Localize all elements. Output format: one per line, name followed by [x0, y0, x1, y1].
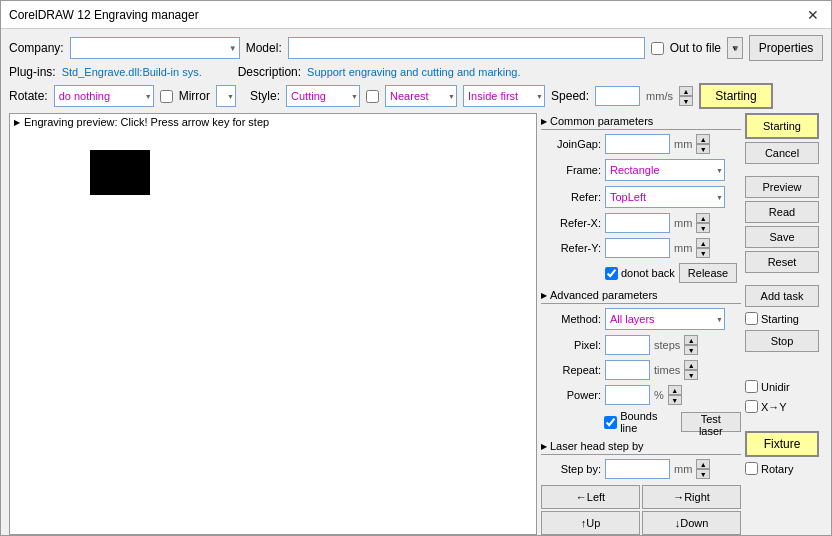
- out-to-file-label: Out to file: [670, 41, 721, 55]
- refer-x-up-btn[interactable]: ▲: [696, 213, 710, 223]
- refer-y-up-btn[interactable]: ▲: [696, 238, 710, 248]
- power-input[interactable]: 75: [605, 385, 650, 405]
- out-to-file-dropdown[interactable]: ▼: [727, 37, 743, 59]
- save-button[interactable]: Save: [745, 226, 819, 248]
- joingap-up-btn[interactable]: ▲: [696, 134, 710, 144]
- frame-select[interactable]: Rectangle: [605, 159, 725, 181]
- unidir-label: Unidir: [745, 378, 823, 395]
- preview-content: [10, 130, 536, 530]
- nearest-select[interactable]: Nearest: [385, 85, 457, 107]
- speed-down-btn[interactable]: ▼: [679, 96, 693, 106]
- starting-top-right-button[interactable]: Starting: [745, 113, 819, 139]
- unidir-checkbox[interactable]: [745, 380, 758, 393]
- refer-y-spinners: ▲ ▼: [696, 238, 710, 258]
- repeat-row: Repeat: 1 times ▲ ▼: [541, 359, 741, 381]
- window-title: CorelDRAW 12 Engraving manager: [9, 8, 199, 22]
- mirror-checkbox[interactable]: [160, 90, 173, 103]
- description-value: Support engraving and cutting and markin…: [307, 66, 520, 78]
- step-by-label: Step by:: [541, 463, 601, 475]
- repeat-down-btn[interactable]: ▼: [684, 370, 698, 380]
- description-label: Description:: [238, 65, 301, 79]
- step-up-btn[interactable]: ▲: [696, 459, 710, 469]
- test-laser-button[interactable]: Test laser: [681, 412, 741, 432]
- power-up-btn[interactable]: ▲: [668, 385, 682, 395]
- method-combo-wrap: All layers: [605, 308, 725, 330]
- style-label: Style:: [250, 89, 280, 103]
- common-params-header: Common parameters: [541, 115, 741, 130]
- step-by-unit: mm: [674, 463, 692, 475]
- frame-row: Frame: Rectangle: [541, 158, 741, 182]
- refer-y-unit: mm: [674, 242, 692, 254]
- mirror-select[interactable]: [216, 85, 236, 107]
- reset-button[interactable]: Reset: [745, 251, 819, 273]
- style-select[interactable]: Cutting: [286, 85, 360, 107]
- right-button[interactable]: →Right: [642, 485, 741, 509]
- main-body: Engraving preview: Click! Press arrow ke…: [9, 113, 823, 535]
- preview-button[interactable]: Preview: [745, 176, 819, 198]
- main-window: CorelDRAW 12 Engraving manager ✕ Company…: [0, 0, 832, 536]
- add-task-button[interactable]: Add task: [745, 285, 819, 307]
- down-button[interactable]: ↓Down: [642, 511, 741, 535]
- joingap-label: JoinGap:: [541, 138, 601, 150]
- method-row: Method: All layers: [541, 307, 741, 331]
- method-select[interactable]: All layers: [605, 308, 725, 330]
- nearest-checkbox[interactable]: [366, 90, 379, 103]
- bounds-line-checkbox[interactable]: [604, 416, 617, 429]
- rotary-label: Rotary: [745, 460, 823, 477]
- nearest-combo-wrap: Nearest: [385, 85, 457, 107]
- properties-button[interactable]: Properties: [749, 35, 823, 61]
- left-button[interactable]: ←Left: [541, 485, 640, 509]
- model-input[interactable]: K40D - K40laser.se edition: [288, 37, 645, 59]
- stop-button[interactable]: Stop: [745, 330, 819, 352]
- x-arrow-y-checkbox[interactable]: [745, 400, 758, 413]
- rotate-select[interactable]: do nothing: [54, 85, 154, 107]
- joingap-down-btn[interactable]: ▼: [696, 144, 710, 154]
- out-to-file-checkbox[interactable]: [651, 42, 664, 55]
- pixel-spinners: ▲ ▼: [684, 335, 698, 355]
- action-buttons-panel: Starting Cancel Preview Read Save Reset …: [745, 113, 823, 535]
- speed-up-btn[interactable]: ▲: [679, 86, 693, 96]
- refer-y-down-btn[interactable]: ▼: [696, 248, 710, 258]
- repeat-input[interactable]: 1: [605, 360, 650, 380]
- refer-label: Refer:: [541, 191, 601, 203]
- step-spinners: ▲ ▼: [696, 459, 710, 479]
- read-button[interactable]: Read: [745, 201, 819, 223]
- step-by-input[interactable]: 0,0000: [605, 459, 670, 479]
- refer-y-input[interactable]: 0,0000: [605, 238, 670, 258]
- pixel-unit: steps: [654, 339, 680, 351]
- release-button[interactable]: Release: [679, 263, 737, 283]
- repeat-up-btn[interactable]: ▲: [684, 360, 698, 370]
- refer-x-input[interactable]: 0,0000: [605, 213, 670, 233]
- rotate-combo-wrap: do nothing: [54, 85, 154, 107]
- laser-head-header: Laser head step by: [541, 440, 741, 455]
- pixel-input[interactable]: 1: [605, 335, 650, 355]
- step-down-btn[interactable]: ▼: [696, 469, 710, 479]
- model-label: Model:: [246, 41, 282, 55]
- pixel-up-btn[interactable]: ▲: [684, 335, 698, 345]
- donot-back-row: donot back Release: [541, 262, 741, 284]
- speed-input[interactable]: 12,00: [595, 86, 640, 106]
- inside-first-select[interactable]: Inside first: [463, 85, 545, 107]
- company-combo-wrapper: K40laser.se: [70, 37, 240, 59]
- power-down-btn[interactable]: ▼: [668, 395, 682, 405]
- pixel-down-btn[interactable]: ▼: [684, 345, 698, 355]
- preview-panel[interactable]: Engraving preview: Click! Press arrow ke…: [9, 113, 537, 535]
- fixture-button[interactable]: Fixture: [745, 431, 819, 457]
- power-label: Power:: [541, 389, 601, 401]
- up-button[interactable]: ↑Up: [541, 511, 640, 535]
- company-input[interactable]: K40laser.se: [70, 37, 240, 59]
- rotary-checkbox[interactable]: [745, 462, 758, 475]
- refer-x-row: Refer-X: 0,0000 mm ▲ ▼: [541, 212, 741, 234]
- speed-spinners: ▲ ▼: [679, 86, 693, 106]
- joingap-input[interactable]: 0,0000: [605, 134, 670, 154]
- starting-checkbox[interactable]: [745, 312, 758, 325]
- starting-top-button[interactable]: Starting: [699, 83, 773, 109]
- close-button[interactable]: ✕: [803, 5, 823, 25]
- donot-back-checkbox[interactable]: [605, 267, 618, 280]
- refer-x-down-btn[interactable]: ▼: [696, 223, 710, 233]
- refer-select[interactable]: TopLeft: [605, 186, 725, 208]
- cancel-button[interactable]: Cancel: [745, 142, 819, 164]
- refer-y-row: Refer-Y: 0,0000 mm ▲ ▼: [541, 237, 741, 259]
- inside-first-combo-wrap: Inside first: [463, 85, 545, 107]
- plugins-value: Std_Engrave.dll:Build-in sys.: [62, 66, 202, 78]
